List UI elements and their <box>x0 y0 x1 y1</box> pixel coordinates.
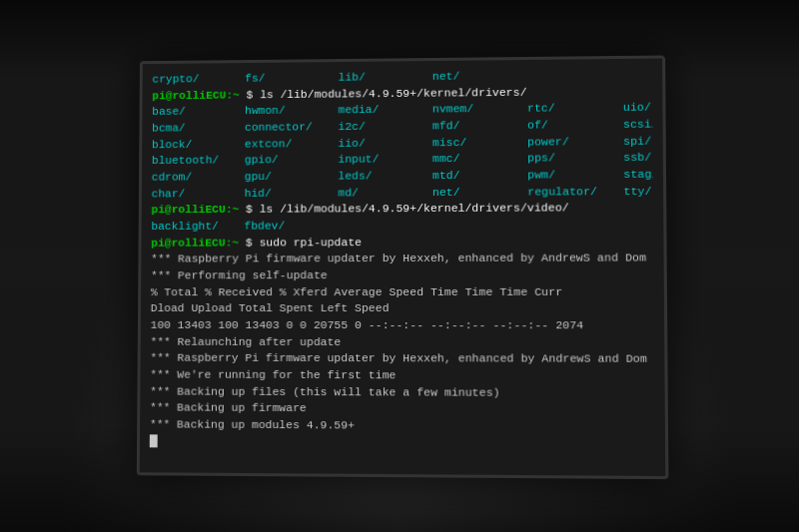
curl-header-2: Dload Upload Total Spent Left Speed <box>151 300 654 317</box>
dir-entry: staging/ <box>623 166 653 183</box>
output-text: *** Performing self-update <box>151 268 328 281</box>
header-text: Dload Upload Total Spent Left Speed <box>151 301 390 314</box>
dir-entry: gpu/ <box>245 168 339 185</box>
output-text: *** We're running for the first time <box>150 367 396 381</box>
dir-entry: fbdev/ <box>244 218 338 235</box>
dir-entry: crypto/ <box>152 70 245 87</box>
dir-entry: pps/ <box>527 150 623 167</box>
dir-entry: bcma/ <box>152 120 245 137</box>
output-line-5: *** We're running for the first time <box>150 366 654 384</box>
dir-entry: char/ <box>152 185 245 202</box>
dir-entry: input/ <box>338 151 431 168</box>
dir-line-6: char/ hid/ md/ net/ regulator/ tty/ <box>152 183 653 202</box>
dir-entry: pwm/ <box>527 167 623 184</box>
output-line-3: *** Relaunching after update <box>150 333 654 350</box>
dir-entry: media/ <box>339 101 432 118</box>
dir-entry: power/ <box>527 133 623 150</box>
dir-entry: rtc/ <box>527 100 623 117</box>
header-text: % Total % Received % Xferd Average Speed… <box>151 284 562 297</box>
dir-entry: mmc/ <box>432 150 527 167</box>
dir-entry: net/ <box>432 184 527 201</box>
monitor-bezel: crypto/ fs/ lib/ net/ pi@rolliECU:~ $ ls… <box>137 55 669 479</box>
prompt-text: pi@rolliECU:~ <box>152 88 240 102</box>
prompt-text: pi@rolliECU:~ <box>151 203 239 216</box>
dir-entry: regulator/ <box>527 183 623 200</box>
dir-entry: uio/ <box>623 99 653 116</box>
dir-entry: i2c/ <box>338 118 431 135</box>
dir-entry: mfd/ <box>432 117 527 134</box>
dir-entry: bluetooth/ <box>152 152 245 169</box>
dir-entry: backlight/ <box>151 218 244 235</box>
dir-entry: net/ <box>432 67 527 84</box>
dir-entry: base/ <box>152 103 245 120</box>
dir-line-7: backlight/ fbdev/ <box>151 217 653 235</box>
output-text: *** Raspberry Pi firmware updater by Hex… <box>150 351 647 365</box>
terminal-cursor <box>150 434 158 447</box>
output-text: *** Backing up files (this will take a f… <box>150 384 500 398</box>
dir-entry: fs/ <box>245 69 339 86</box>
dir-entry: of/ <box>527 116 623 133</box>
prompt-text: pi@rolliECU:~ <box>151 236 239 249</box>
prompt-line-2: pi@rolliECU:~ $ ls /lib/modules/4.9.59+/… <box>151 200 653 219</box>
dir-entry: nvmem/ <box>432 101 527 118</box>
dir-entry: misc/ <box>432 134 527 151</box>
outer-frame: crypto/ fs/ lib/ net/ pi@rolliECU:~ $ ls… <box>0 0 799 532</box>
output-text: *** Backing up modules 4.9.59+ <box>150 417 355 431</box>
dir-entry: lib/ <box>339 68 432 85</box>
output-text: *** Relaunching after update <box>150 334 341 347</box>
dir-entry: connector/ <box>245 119 339 136</box>
output-line-7: *** Backing up firmware <box>150 399 655 418</box>
dir-entry: mtd/ <box>432 167 527 184</box>
output-line-1: *** Raspberry Pi firmware updater by Hex… <box>151 250 653 267</box>
dir-entry: cdrom/ <box>152 169 245 186</box>
cursor-line <box>150 433 655 453</box>
dir-line-5: cdrom/ gpu/ leds/ mtd/ pwm/ staging/ wat… <box>152 166 653 185</box>
dir-entry: spi/ <box>623 133 653 150</box>
dir-entry: hid/ <box>245 185 339 202</box>
output-line-8: *** Backing up modules 4.9.59+ <box>150 416 655 435</box>
dir-entry: leds/ <box>338 168 432 185</box>
dir-entry: md/ <box>338 184 432 201</box>
dir-entry: block/ <box>152 136 245 153</box>
curl-data-line: 100 13403 100 13403 0 0 20755 0 --:--:--… <box>151 317 654 334</box>
command-text: $ ls /lib/modules/4.9.59+/kernel/drivers… <box>239 201 568 215</box>
dir-entry: hwmon/ <box>245 102 339 119</box>
command-text: $ sudo rpi-update <box>239 235 362 248</box>
dir-entry: extcon/ <box>245 135 339 152</box>
output-text: *** Raspberry Pi firmware updater by Hex… <box>151 251 646 265</box>
output-line-4: *** Raspberry Pi firmware updater by Hex… <box>150 350 654 368</box>
output-line-6: *** Backing up files (this will take a f… <box>150 383 654 402</box>
dir-entry: iio/ <box>338 135 431 152</box>
dir-entry: scsi/ <box>623 116 653 133</box>
command-text: $ ls /lib/modules/4.9.59+/kernel/drivers… <box>240 85 527 101</box>
curl-header-1: % Total % Received % Xferd Average Speed… <box>151 283 654 300</box>
prompt-line-3: pi@rolliECU:~ $ sudo rpi-update <box>151 233 653 251</box>
terminal-screen: crypto/ fs/ lib/ net/ pi@rolliECU:~ $ ls… <box>140 58 666 476</box>
output-text: *** Backing up firmware <box>150 400 307 414</box>
dir-entry: tty/ <box>623 183 653 200</box>
dir-entry: gpio/ <box>245 152 339 169</box>
output-text: 100 13403 100 13403 0 0 20755 0 --:--:--… <box>151 318 584 331</box>
dir-entry: ssb/ <box>623 150 653 167</box>
output-line-2: *** Performing self-update <box>151 266 654 283</box>
